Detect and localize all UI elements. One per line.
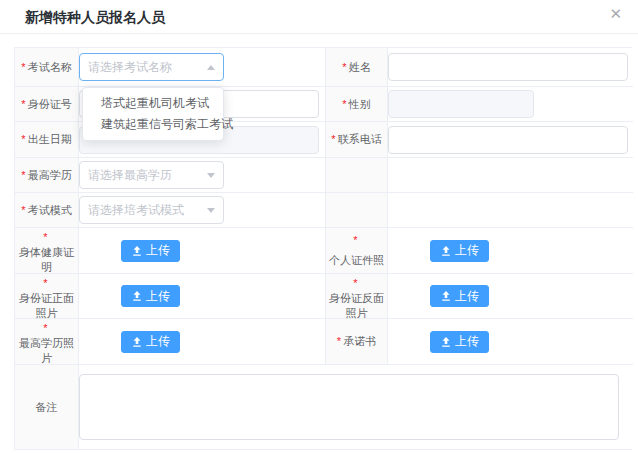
required-mark: * [21,203,25,218]
required-mark: * [43,276,47,291]
label-full-name: *姓名 [326,48,388,87]
chevron-up-icon [207,65,215,70]
label-id-front: *身份证正面照片 [15,274,79,319]
phone-input[interactable] [388,126,628,154]
label-id-number: *身份证号 [15,87,79,122]
label-education: *最高学历 [15,158,79,193]
chevron-down-icon [207,173,215,178]
dialog-title: 新增特种人员报名人员 [25,9,165,27]
personal-photo-upload-button[interactable]: 上传 [430,240,489,262]
required-mark: * [21,168,25,183]
upload-icon [131,336,143,348]
add-special-personnel-dialog: 新增特种人员报名人员 ✕ *考试名称 请选择考试名称 *姓名 *身份证号 *性别 [0,0,638,453]
required-mark: * [21,97,25,112]
label-exam-mode: *考试模式 [15,193,79,228]
cell-personal-photo: 上传 [388,228,633,274]
close-icon[interactable]: ✕ [609,6,622,21]
upload-icon [440,336,452,348]
label-gender: *性别 [326,87,388,122]
required-mark: * [43,321,47,336]
required-mark: * [337,334,341,349]
full-name-input[interactable] [388,53,628,81]
empty-content-cell [388,158,633,193]
chevron-down-icon [207,208,215,213]
education-select[interactable]: 请选择最高学历 [79,161,224,189]
cell-health-cert: 上传 [79,228,326,274]
cell-education-photo: 上传 [79,319,326,365]
required-mark: * [331,132,335,147]
label-personal-photo: *个人证件照 [326,228,388,274]
required-mark: * [353,233,357,248]
cell-id-back: 上传 [388,274,633,319]
id-back-upload-button[interactable]: 上传 [430,285,489,307]
empty-label-cell [326,158,388,193]
upload-icon [440,290,452,302]
cell-education: 请选择最高学历 [79,158,326,193]
cell-exam-name: 请选择考试名称 [79,48,326,87]
label-remarks: 备注 [15,365,79,449]
label-commitment: *承诺书 [326,319,388,365]
education-placeholder: 请选择最高学历 [88,167,172,184]
dropdown-option[interactable]: 塔式起重机司机考试 [83,93,223,114]
gender-input [388,90,534,118]
education-photo-upload-button[interactable]: 上传 [121,331,180,353]
cell-commitment: 上传 [388,319,633,365]
upload-icon [440,245,452,257]
exam-name-select[interactable]: 请选择考试名称 [79,53,224,81]
empty-label-cell [326,193,388,228]
empty-content-cell [388,193,633,228]
upload-icon [131,290,143,302]
label-birth-date: *出生日期 [15,122,79,158]
upload-icon [131,245,143,257]
cell-remarks [79,365,633,449]
cell-full-name [388,48,633,87]
required-mark: * [21,60,25,75]
remarks-textarea[interactable] [79,374,619,440]
required-mark: * [342,97,346,112]
commitment-upload-button[interactable]: 上传 [430,331,489,353]
label-health-cert: *身体健康证明 [15,228,79,274]
label-phone: *联系电话 [326,122,388,158]
cell-exam-mode: 请选择培考试模式 [79,193,326,228]
label-education-photo: *最高学历照片 [15,319,79,365]
required-mark: * [21,132,25,147]
exam-name-placeholder: 请选择考试名称 [88,59,172,76]
required-mark: * [43,230,47,245]
cell-phone [388,122,633,158]
health-cert-upload-button[interactable]: 上传 [121,240,180,262]
exam-name-dropdown-panel: 塔式起重机司机考试 建筑起重信号司索工考试 [82,87,224,141]
exam-mode-placeholder: 请选择培考试模式 [88,202,184,219]
exam-mode-select[interactable]: 请选择培考试模式 [79,196,224,224]
cell-gender [388,87,633,122]
cell-id-front: 上传 [79,274,326,319]
dropdown-option[interactable]: 建筑起重信号司索工考试 [83,114,223,135]
label-exam-name: *考试名称 [15,48,79,87]
required-mark: * [353,276,357,291]
header-divider [0,33,638,34]
required-mark: * [342,60,346,75]
id-front-upload-button[interactable]: 上传 [121,285,180,307]
label-id-back: *身份证反面照片 [326,274,388,319]
